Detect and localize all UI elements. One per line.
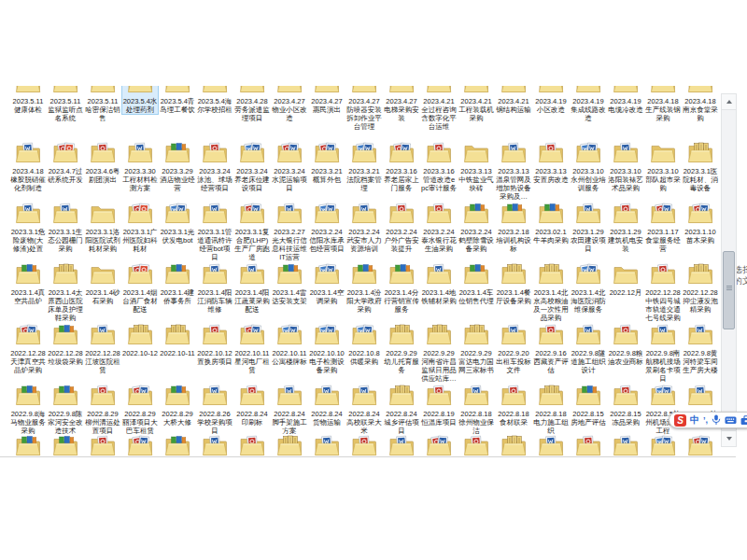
folder-item[interactable]: 2023.2.27光大银行信息科技运维IT运营 xyxy=(272,201,307,261)
folder-item[interactable]: 2022.9.8黄河特梁车间生产房大楼 xyxy=(683,322,718,374)
folder-item[interactable]: 2022.8.18食材联采 xyxy=(496,383,531,427)
folder-item[interactable]: 2022.10.12置换房项目 xyxy=(197,322,233,366)
folder-item[interactable]: 2022.9.8南航梯机接场景刷名卡项目 xyxy=(645,322,681,383)
folder-item[interactable]: 2023.4.6粤剧团演出 xyxy=(85,140,120,184)
folder-item[interactable]: 2022.10-11 xyxy=(160,322,195,357)
folder-item[interactable] xyxy=(346,433,382,456)
folder-item[interactable]: 2022.8.19恒温库项目 xyxy=(421,383,457,427)
folder-item[interactable]: 2022.8.24货物运输 xyxy=(309,383,345,427)
folder-item[interactable]: 2022.8.29柳州清运处置项目 xyxy=(85,383,120,435)
folder-item[interactable]: 2022.9.29富达电力国网三家标书 xyxy=(458,322,494,374)
folder-item[interactable]: 2022.8.18电力施工组织 xyxy=(533,383,569,435)
folder-item[interactable]: 2023.3.24泳池、球场经营项目 xyxy=(197,140,233,192)
folder-item[interactable] xyxy=(645,433,681,456)
folder-item[interactable]: 2023.3.13中铁盐业气块砖 xyxy=(458,140,494,192)
folder-item[interactable]: 2023.1.4分行营销宣传服务 xyxy=(384,261,419,314)
folder-item[interactable]: 2023.3.29酒店物业经营 xyxy=(160,140,195,192)
folder-item[interactable] xyxy=(496,433,531,456)
folder-item[interactable]: 2023.4.18橡胶脱硝催化剂制造 xyxy=(10,140,46,192)
folder-item[interactable]: 2022.9.8隧道施工组织设计 xyxy=(571,322,606,374)
folder-item[interactable]: 2022.9.8粮油农业商标 xyxy=(608,322,643,366)
folder-item[interactable]: 2022.10.10电子检测设备采购 xyxy=(309,322,345,374)
folder-item[interactable]: 2022.12月 xyxy=(608,261,643,297)
folder-item[interactable]: 2023.1.4太原西山医院床单及护理鞋采购 xyxy=(48,261,83,322)
folder-item[interactable]: 2023.3.24水泥运输项目 xyxy=(272,140,307,192)
folder-item[interactable]: 2023.1.10苗木采购 xyxy=(683,201,718,245)
folder-item[interactable]: 2022.9.8陈家河安全改造技术 xyxy=(48,383,83,435)
folder-item[interactable]: 2022.8.29大桥大修 xyxy=(160,383,195,427)
folder-item[interactable]: 2023.3.13安置房改造 xyxy=(533,140,569,184)
folder-item[interactable]: 2022.10.8供暖采购 xyxy=(346,322,382,366)
folder-item[interactable]: 2023.3.10洛阳装裱艺术品采购 xyxy=(608,140,643,192)
folder-item[interactable]: 2023.1.4餐厅设备采购 xyxy=(496,261,531,305)
folder-item[interactable] xyxy=(384,433,419,456)
folder-item[interactable]: 2023.3.24养老床位建设项目 xyxy=(234,140,270,192)
folder-item[interactable]: 2023.1.4北京高校粮油及一次性用品采购 xyxy=(533,261,569,322)
folder-item[interactable]: 2022.10-12 xyxy=(122,322,158,357)
folder-item[interactable]: 2022.12.28天津真空共晶炉采购 xyxy=(10,322,46,374)
sogou-logo-icon[interactable]: S xyxy=(674,414,686,427)
folder-item[interactable]: 2023.4.7过磅系统开发 xyxy=(48,140,83,184)
folder-item[interactable]: 2023.3.1医院耗材、消毒设备 xyxy=(683,140,718,192)
folder-item[interactable]: 2023.2.24信阳水库承包经营项目 xyxy=(309,201,345,253)
folder-item[interactable]: 2022.9.16西藏资产评估 xyxy=(533,322,569,374)
folder-item[interactable] xyxy=(122,433,158,456)
folder-item[interactable] xyxy=(683,433,718,456)
folder-item[interactable]: 2023.3.30工程材料检测方案 xyxy=(122,140,158,192)
folder-item[interactable]: 2022.8.29丽泽项目大巴车租赁 xyxy=(122,383,158,435)
folder-item[interactable]: 2023.3.1复合肥(LHP)生产厂房跑道 xyxy=(234,201,270,261)
toolbox-icon[interactable] xyxy=(740,415,747,426)
folder-item[interactable]: 2023.1.17食堂服务经营 xyxy=(645,201,681,253)
folder-item[interactable]: 2022.9.29河南省许昌监狱日用品供应站库… xyxy=(421,322,457,383)
folder-item[interactable]: 2023.1.4真空共晶炉 xyxy=(10,261,46,305)
folder-item[interactable]: 2023.3.10部队超市采购 xyxy=(645,140,681,192)
folder-item[interactable] xyxy=(48,433,83,456)
chinese-mode-icon[interactable]: 中 xyxy=(690,415,699,425)
folder-item[interactable]: 2023.3.1危险废物(大修渣)处置 xyxy=(10,201,46,253)
folder-item[interactable]: 2023.2.24鹤壁除雪设备采购 xyxy=(458,201,494,253)
folder-item[interactable]: 2022.8.26学校采购项目 xyxy=(197,383,233,435)
folder-item[interactable]: 2023.3.1管道通讯特许经营bot项目 xyxy=(197,201,233,261)
folder-item[interactable] xyxy=(421,433,457,456)
folder-item[interactable]: 2023.1.4车位销售代理 xyxy=(458,261,494,305)
folder-item[interactable]: 2023.2.18培训机构设标 xyxy=(496,201,531,253)
folder-item[interactable]: 2023.1.4阳江消防车辆维修 xyxy=(197,261,233,314)
folder-item[interactable]: 2023.3.10永州创业培训服务 xyxy=(571,140,606,192)
folder-item[interactable]: 2022.10.11星河电厂租赁 xyxy=(234,322,270,374)
folder-item[interactable] xyxy=(533,433,569,456)
folder-item[interactable]: 2023.3.21概算外包 xyxy=(309,140,345,184)
folder-item[interactable]: 2023.1.4烟台酒厂食材配送 xyxy=(122,261,158,314)
folder-item[interactable]: 2023.1.4雷达安装支架 xyxy=(272,261,307,305)
scrollbar-down-button[interactable] xyxy=(722,430,736,446)
folder-item[interactable] xyxy=(197,433,233,456)
folder-item[interactable]: 2023.1.4建侨事务所 xyxy=(160,261,195,305)
folder-item[interactable]: 2022.8.15冻品采购 xyxy=(608,383,643,427)
folder-item[interactable] xyxy=(85,433,120,456)
folder-item[interactable] xyxy=(272,433,307,456)
folder-item[interactable]: 2022.12.28垃圾袋采购 xyxy=(48,322,83,366)
folder-item[interactable]: 2022.8.24脚手架施工方案 xyxy=(272,383,307,435)
folder-item[interactable]: 2022.12.28抑尘液发泡精采购 xyxy=(683,261,718,314)
folder-item[interactable] xyxy=(571,433,606,456)
folder-item[interactable]: 2022.8.15房地产评估 xyxy=(571,383,606,427)
folder-item[interactable]: 2023.3.16养老居家上门服务 xyxy=(384,140,419,192)
folder-item[interactable]: 2022.12.28江坡医院租赁 xyxy=(85,322,120,374)
folder-item[interactable] xyxy=(234,433,270,456)
microphone-icon[interactable] xyxy=(712,414,721,426)
folder-item[interactable]: 2022.8.18徐州物业保洁 xyxy=(458,383,494,435)
folder-item[interactable]: 2023.3.1广州医院妇科耗材 xyxy=(122,201,158,253)
folder-item[interactable]: 2023.3.21法院档案管理 xyxy=(346,140,382,192)
folder-item[interactable]: 2023.1.4地铁辅材采购 xyxy=(421,261,457,305)
folder-item[interactable]: 2022.9.29幼儿托育服务 xyxy=(384,322,419,374)
folder-item[interactable]: 2022.12.28中铁四号城市轨道交通七号线采购 xyxy=(645,261,681,322)
folder-item[interactable]: 2023.3.13温泉管网及增加热设备采购及… xyxy=(496,140,531,201)
folder-item[interactable] xyxy=(309,433,345,456)
folder-item[interactable]: 2023.1.4北海医院消防维保服务 xyxy=(571,261,606,314)
folder-item[interactable]: 2023.1.4砂石采购 xyxy=(85,261,120,305)
folder-item[interactable]: 2023.1.4汾阳大学政府采购 xyxy=(346,261,382,314)
folder-item[interactable]: 2023.3.1光伏发电bot xyxy=(160,201,195,245)
folder-item[interactable]: 2023.3.16管道改造epc审计服务 xyxy=(421,140,457,192)
folder-item[interactable]: 2023.1.29农田建设项目 xyxy=(571,201,606,253)
folder-item[interactable]: 2023.3.1洛阳医院试剂耗材采购 xyxy=(85,201,120,253)
folder-item[interactable]: 2022.8.24高校联采大米 xyxy=(346,383,382,435)
